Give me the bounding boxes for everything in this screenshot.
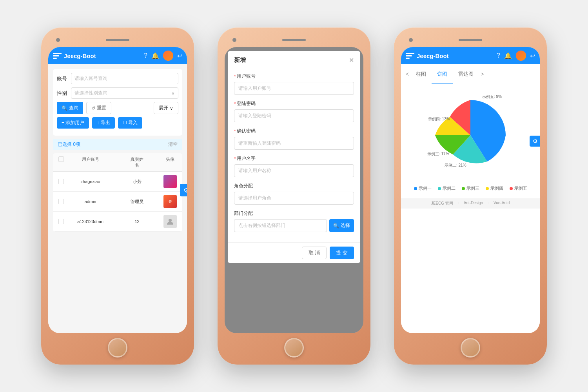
search-section: 账号 请输入账号查询 性别 请选择性别查询 ∨ 🔍 查询 [53,69,182,136]
chart-footer: JEECG 官网 · Ant-Design · Vue-Antd [401,198,540,209]
table-row[interactable]: a123123dmin 12 [53,212,182,232]
phone-3-notch [401,34,540,45]
bell-icon-3[interactable]: 🔔 [504,52,512,60]
header-icons-1: ? 🔔 ↩ [144,51,182,61]
menu-icon-3 [406,52,414,59]
row-name-2: 管理员 [114,199,160,205]
row-name-1: 小芳 [114,179,160,185]
export-button[interactable]: ↑ 导出 [92,117,114,129]
field-label-dept: 部门分配 [234,210,354,217]
account-search-input[interactable]: 请输入账号查询 [71,73,178,84]
phone-3-speaker [459,39,482,41]
pie-chart-svg [427,92,514,178]
tab-bar-chart[interactable]: 柱图 [410,68,432,80]
form-group-password: * 登陆密码 请输入登陆密码 [234,100,354,122]
table-row[interactable]: zhagnxiao 小芳 [53,172,182,192]
bell-icon[interactable]: 🔔 [151,52,159,60]
pie-label-2: 示例二: 21% [445,163,466,168]
clear-button[interactable]: 清空 [168,141,178,148]
field-input-username[interactable]: 请输入用户名称 [234,164,354,177]
import-button[interactable]: ☐ 导入 [118,117,142,129]
chart-legend: 示例一 示例二 示例三 示例四 [410,182,531,194]
menu-icon-1 [53,52,62,59]
logout-icon[interactable]: ↩ [177,52,182,60]
logout-icon-3[interactable]: ↩ [530,52,535,60]
prev-tab-arrow[interactable]: < [404,71,410,77]
select-all-checkbox[interactable] [58,156,64,162]
query-button[interactable]: 🔍 查询 [57,102,83,114]
dept-input[interactable]: 点击右侧按钮选择部门 [234,219,327,232]
row-avatar-3 [163,215,177,228]
gender-select[interactable]: 请选择性别查询 ∨ [71,87,178,99]
row-checkbox-2[interactable] [58,199,64,204]
field-label-username: * 用户名字 [234,155,354,162]
query-btn-row: 🔍 查询 ↺ 重置 展开 ∨ [57,102,178,114]
next-tab-arrow[interactable]: > [479,71,485,77]
field-label-account: * 用户账号 [234,73,354,80]
phone-1-speaker [106,39,129,41]
row-checkbox-3[interactable] [58,219,64,224]
field-input-confirm[interactable]: 请重新输入登陆密码 [234,137,354,150]
field-label-confirm: * 确认密码 [234,128,354,134]
phone-1-camera [56,38,60,42]
field-input-password[interactable]: 请输入登陆密码 [234,109,354,122]
search-icon-dept: 🔍 [333,223,339,229]
help-icon-3[interactable]: ? [497,52,500,59]
submit-button[interactable]: 提 交 [330,247,354,259]
form-group-dept: 部门分配 点击右侧按钮选择部门 🔍 选择 [234,210,354,232]
row-account-1: zhagnxiao [67,179,114,184]
dialog-title: 新增 [234,56,246,64]
settings-float-button-3[interactable]: ⚙ [530,136,540,147]
cancel-button[interactable]: 取 消 [302,247,327,259]
legend-dot-4 [486,187,489,190]
row-name-3: 12 [114,219,160,224]
field-select-role[interactable]: 请选择用户角色 [234,192,354,205]
legend-dot-5 [510,187,513,190]
screen-content-1: 账号 请输入账号查询 性别 请选择性别查询 ∨ 🔍 查询 [48,64,187,333]
tab-radar-chart[interactable]: 雷达图 [453,68,479,80]
field-label-password: * 登陆密码 [234,100,354,107]
phone-2: 新增 ✕ * 用户账号 请输入用户账号 * [218,27,370,365]
add-user-dialog: 新增 ✕ * 用户账号 请输入用户账号 * [228,51,360,263]
tab-pie-chart[interactable]: 饼图 [432,68,453,80]
dialog-close-button[interactable]: ✕ [349,56,354,64]
legend-item-5: 示例五 [510,185,527,191]
dialog-body: * 用户账号 请输入用户账号 * 登陆密码 请输入登陆密码 [228,68,360,242]
app-logo-1: Jeecg-Boot [53,52,141,59]
settings-float-button[interactable]: ⚙ [180,184,187,196]
search-icon: 🔍 [62,105,67,111]
phone-2-notch [225,34,363,45]
field-input-account[interactable]: 请输入用户账号 [234,82,354,95]
legend-dot-1 [414,187,417,190]
chart-tabs: < 柱图 饼图 雷达图 > [401,64,540,84]
phone-3-home-btn[interactable] [461,338,480,358]
header-icons-3: ? 🔔 ↩ [497,51,535,61]
row-account-3: a123123dmin [67,219,114,224]
dept-select-button[interactable]: 🔍 选择 [329,219,354,232]
dialog-header: 新增 ✕ [228,51,360,68]
user-avatar-3[interactable] [516,51,526,61]
table-row[interactable]: admin 管理员 管 [53,192,182,212]
field-label-role: 角色分配 [234,183,354,189]
dot-separator-1: · [458,201,459,206]
th-avatar: 头像 [160,156,180,168]
row-avatar-1 [163,175,177,188]
pie-label-5: 示例五: 9% [482,94,502,100]
reset-button[interactable]: ↺ 重置 [86,102,111,114]
row-checkbox-1[interactable] [58,179,64,184]
selected-count: 已选择 0项 [58,141,80,148]
expand-arrow-icon: ∨ [170,105,173,111]
row-account-2: admin [67,199,114,204]
phone-1-notch [48,34,187,45]
help-icon[interactable]: ? [144,52,147,59]
pie-chart: 示例五: 9% 示例四: 13% 示例三: 17% 示例二: 21% [427,92,514,178]
user-avatar-1[interactable] [163,51,173,61]
form-group-confirm-password: * 确认密码 请重新输入登陆密码 [234,128,354,150]
add-user-button[interactable]: + 添加用户 [57,117,89,129]
dialog-footer: 取 消 提 交 [228,242,360,263]
legend-item-3: 示例三 [462,185,479,191]
expand-button[interactable]: 展开 ∨ [154,102,178,114]
svg-point-0 [169,219,172,222]
phone-2-home-btn[interactable] [284,338,304,358]
phone-1-home-btn[interactable] [108,338,127,358]
